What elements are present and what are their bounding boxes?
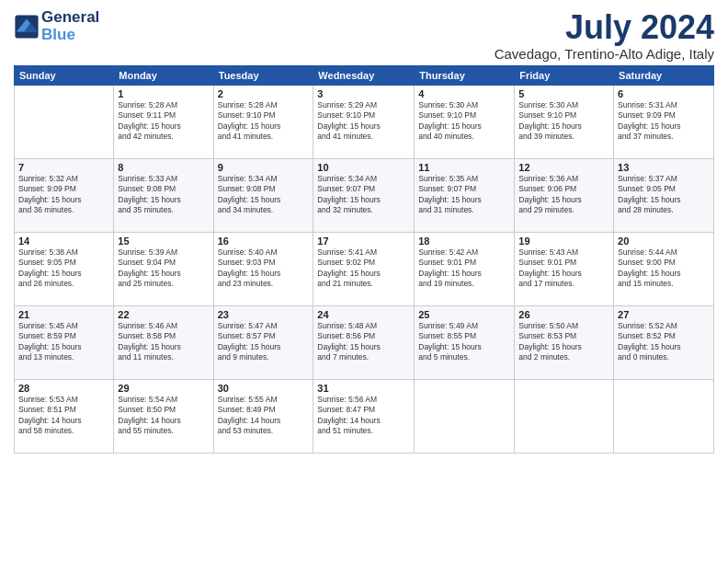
day-number: 29 [118,383,209,394]
day-info: Sunrise: 5:43 AM Sunset: 9:01 PM Dayligh… [518,247,609,290]
day-info: Sunrise: 5:28 AM Sunset: 9:11 PM Dayligh… [118,100,209,143]
week-row-5: 28Sunrise: 5:53 AM Sunset: 8:51 PM Dayli… [15,379,714,453]
day-info: Sunrise: 5:38 AM Sunset: 9:05 PM Dayligh… [18,247,109,290]
calendar-cell: 13Sunrise: 5:37 AM Sunset: 9:05 PM Dayli… [614,158,714,232]
calendar-cell: 3Sunrise: 5:29 AM Sunset: 9:10 PM Daylig… [313,85,415,158]
calendar-cell: 10Sunrise: 5:34 AM Sunset: 9:07 PM Dayli… [313,158,415,232]
column-header-wednesday: Wednesday [313,65,415,85]
header-row: SundayMondayTuesdayWednesdayThursdayFrid… [15,65,714,85]
day-number: 10 [317,162,410,173]
day-number: 3 [317,88,410,99]
day-info: Sunrise: 5:52 AM Sunset: 8:52 PM Dayligh… [618,321,710,363]
week-row-2: 7Sunrise: 5:32 AM Sunset: 9:09 PM Daylig… [15,158,714,232]
calendar-cell: 22Sunrise: 5:46 AM Sunset: 8:58 PM Dayli… [114,305,213,379]
day-number: 2 [218,88,310,99]
header: General Blue July 2024 Cavedago, Trentin… [14,9,714,62]
calendar-cell: 12Sunrise: 5:36 AM Sunset: 9:06 PM Dayli… [515,158,614,232]
column-header-thursday: Thursday [415,65,515,85]
calendar-cell: 5Sunrise: 5:30 AM Sunset: 9:10 PM Daylig… [515,85,614,158]
calendar-cell: 24Sunrise: 5:48 AM Sunset: 8:56 PM Dayli… [313,305,415,379]
calendar-cell: 2Sunrise: 5:28 AM Sunset: 9:10 PM Daylig… [213,85,313,158]
logo-text: General Blue [41,9,99,43]
week-row-1: 1Sunrise: 5:28 AM Sunset: 9:11 PM Daylig… [15,85,714,158]
day-info: Sunrise: 5:56 AM Sunset: 8:47 PM Dayligh… [317,395,410,437]
day-info: Sunrise: 5:50 AM Sunset: 8:53 PM Dayligh… [518,321,609,363]
day-info: Sunrise: 5:41 AM Sunset: 9:02 PM Dayligh… [317,247,410,290]
column-header-tuesday: Tuesday [213,65,313,85]
location: Cavedago, Trentino-Alto Adige, Italy [495,46,714,62]
day-number: 8 [118,162,209,173]
day-number: 1 [118,88,209,99]
day-info: Sunrise: 5:31 AM Sunset: 9:09 PM Dayligh… [618,100,710,143]
week-row-4: 21Sunrise: 5:45 AM Sunset: 8:59 PM Dayli… [15,305,714,379]
calendar-cell: 17Sunrise: 5:41 AM Sunset: 9:02 PM Dayli… [313,232,415,305]
calendar-cell: 4Sunrise: 5:30 AM Sunset: 9:10 PM Daylig… [415,85,515,158]
day-info: Sunrise: 5:30 AM Sunset: 9:10 PM Dayligh… [418,100,510,143]
day-number: 4 [418,88,510,99]
logo: General Blue [14,9,99,43]
day-info: Sunrise: 5:49 AM Sunset: 8:55 PM Dayligh… [418,321,510,363]
calendar-cell: 9Sunrise: 5:34 AM Sunset: 9:08 PM Daylig… [213,158,313,232]
calendar-cell: 28Sunrise: 5:53 AM Sunset: 8:51 PM Dayli… [15,379,114,453]
calendar-cell [15,85,114,158]
day-info: Sunrise: 5:33 AM Sunset: 9:08 PM Dayligh… [118,174,209,216]
calendar-cell: 16Sunrise: 5:40 AM Sunset: 9:03 PM Dayli… [213,232,313,305]
calendar-cell [415,379,515,453]
day-number: 16 [218,236,310,247]
day-number: 23 [218,309,310,320]
calendar-cell: 31Sunrise: 5:56 AM Sunset: 8:47 PM Dayli… [313,379,415,453]
day-info: Sunrise: 5:55 AM Sunset: 8:49 PM Dayligh… [218,395,310,437]
calendar-cell: 1Sunrise: 5:28 AM Sunset: 9:11 PM Daylig… [114,85,213,158]
calendar-cell: 23Sunrise: 5:47 AM Sunset: 8:57 PM Dayli… [213,305,313,379]
day-number: 31 [317,383,410,394]
calendar-cell: 6Sunrise: 5:31 AM Sunset: 9:09 PM Daylig… [614,85,714,158]
day-number: 25 [418,309,510,320]
day-info: Sunrise: 5:29 AM Sunset: 9:10 PM Dayligh… [317,100,410,143]
calendar-cell: 19Sunrise: 5:43 AM Sunset: 9:01 PM Dayli… [515,232,614,305]
day-info: Sunrise: 5:48 AM Sunset: 8:56 PM Dayligh… [317,321,410,363]
calendar-cell: 8Sunrise: 5:33 AM Sunset: 9:08 PM Daylig… [114,158,213,232]
day-info: Sunrise: 5:42 AM Sunset: 9:01 PM Dayligh… [418,247,510,290]
calendar-cell [515,379,614,453]
day-number: 30 [218,383,310,394]
calendar-cell: 30Sunrise: 5:55 AM Sunset: 8:49 PM Dayli… [213,379,313,453]
title-block: July 2024 Cavedago, Trentino-Alto Adige,… [495,9,714,62]
day-info: Sunrise: 5:37 AM Sunset: 9:05 PM Dayligh… [618,174,710,216]
day-info: Sunrise: 5:28 AM Sunset: 9:10 PM Dayligh… [218,100,310,143]
day-info: Sunrise: 5:35 AM Sunset: 9:07 PM Dayligh… [418,174,510,216]
day-number: 17 [317,236,410,247]
day-number: 7 [18,162,109,173]
day-number: 5 [518,88,609,99]
column-header-monday: Monday [114,65,213,85]
day-info: Sunrise: 5:54 AM Sunset: 8:50 PM Dayligh… [118,395,209,437]
calendar-cell: 18Sunrise: 5:42 AM Sunset: 9:01 PM Dayli… [415,232,515,305]
calendar-cell: 27Sunrise: 5:52 AM Sunset: 8:52 PM Dayli… [614,305,714,379]
column-header-saturday: Saturday [614,65,714,85]
calendar-cell: 25Sunrise: 5:49 AM Sunset: 8:55 PM Dayli… [415,305,515,379]
day-number: 15 [118,236,209,247]
logo-icon [14,14,40,40]
day-info: Sunrise: 5:36 AM Sunset: 9:06 PM Dayligh… [518,174,609,216]
page: General Blue July 2024 Cavedago, Trentin… [0,0,728,463]
day-number: 27 [618,309,710,320]
calendar-cell: 15Sunrise: 5:39 AM Sunset: 9:04 PM Dayli… [114,232,213,305]
calendar-cell: 7Sunrise: 5:32 AM Sunset: 9:09 PM Daylig… [15,158,114,232]
day-number: 19 [518,236,609,247]
day-info: Sunrise: 5:39 AM Sunset: 9:04 PM Dayligh… [118,247,209,290]
day-number: 9 [218,162,310,173]
day-info: Sunrise: 5:40 AM Sunset: 9:03 PM Dayligh… [218,247,310,290]
day-number: 26 [518,309,609,320]
calendar-cell [614,379,714,453]
day-number: 20 [618,236,710,247]
column-header-friday: Friday [515,65,614,85]
day-info: Sunrise: 5:34 AM Sunset: 9:08 PM Dayligh… [218,174,310,216]
day-number: 21 [18,309,109,320]
day-number: 18 [418,236,510,247]
calendar-cell: 21Sunrise: 5:45 AM Sunset: 8:59 PM Dayli… [15,305,114,379]
day-number: 24 [317,309,410,320]
day-info: Sunrise: 5:47 AM Sunset: 8:57 PM Dayligh… [218,321,310,363]
day-number: 12 [518,162,609,173]
calendar-cell: 11Sunrise: 5:35 AM Sunset: 9:07 PM Dayli… [415,158,515,232]
day-number: 11 [418,162,510,173]
day-number: 28 [18,383,109,394]
